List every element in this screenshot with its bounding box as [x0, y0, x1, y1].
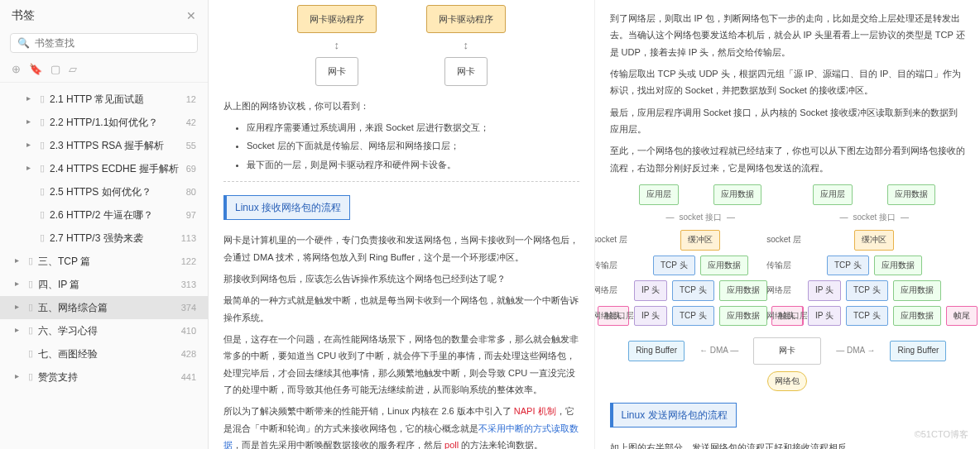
close-icon[interactable]: ✕	[186, 9, 196, 22]
bookmark-icon: ▯	[40, 92, 45, 106]
diagram-driver-box: 网卡驱动程序	[426, 5, 506, 33]
chevron-icon: ▸	[15, 277, 23, 289]
paragraph: 最简单的一种方式就是触发中断，也就是每当网卡收到一个网络包，就触发一个中断告诉操…	[223, 292, 579, 326]
add-bookmark-icon[interactable]: ⊕	[12, 63, 21, 75]
toc-item[interactable]: ▸▯赞赏支持441	[0, 365, 208, 389]
chevron-icon: ▸	[15, 254, 23, 266]
toc-item[interactable]: ▸▯六、学习心得410	[0, 319, 208, 342]
toc-label: 2.7 HTTP/3 强势来袭	[50, 231, 143, 246]
paragraph: 最后，应用层程序调用 Socket 接口，从内核的 Socket 接收缓冲区读取…	[610, 104, 966, 138]
search-input[interactable]	[35, 37, 190, 49]
sidebar-title: 书签	[12, 8, 35, 23]
toc-page: 428	[181, 347, 196, 361]
toc-item[interactable]: ▸▯三、TCP 篇122	[0, 250, 208, 273]
toc-page: 441	[181, 370, 196, 385]
chevron-icon: ▸	[26, 92, 35, 104]
toc-label: 2.1 HTTP 常见面试题	[50, 92, 144, 107]
chevron-icon: ▸	[26, 138, 35, 150]
chevron-icon: ▸	[26, 161, 35, 174]
page-left: 网卡驱动程序 ↕ 网卡 网卡驱动程序 ↕ 网卡 从上图的网络协议栈，你可以看到：…	[209, 0, 594, 449]
toc-item[interactable]: ▸▯五、网络综合篇374	[0, 296, 208, 319]
toc-label: 六、学习心得	[38, 323, 98, 338]
toc-page: 122	[181, 255, 196, 269]
paragraph: 到了网络层，则取出 IP 包，判断网络包下一步的走向，比如是交给上层处理还是转发…	[610, 10, 966, 60]
divider	[223, 181, 579, 182]
bookmark-icon: ▯	[28, 254, 33, 268]
chevron-icon: ▸	[15, 370, 23, 382]
toc-item[interactable]: ▸▯2.3 HTTPS RSA 握手解析55	[0, 134, 208, 157]
paragraph: 但是，这存在一个问题，在高性能网络场景下，网络包的数量会非常多，那么就会触发非常…	[223, 331, 579, 398]
toc-label: 赞赏支持	[38, 370, 78, 385]
arrow-icon: ↕	[334, 40, 340, 50]
paragraph: 网卡是计算机里的一个硬件，专门负责接收和发送网络包，当网卡接收到一个网络包后，会…	[223, 232, 579, 265]
toc-page: 113	[181, 232, 196, 246]
search-box[interactable]: 🔍	[10, 33, 198, 53]
toc-item[interactable]: ▯2.6 HTTP/2 牛逼在哪？97	[0, 203, 208, 227]
expand-icon[interactable]: ▢	[50, 63, 60, 75]
toc-item[interactable]: ▯2.5 HTTPS 如何优化？80	[0, 180, 208, 203]
toc-item[interactable]: ▸▯2.4 HTTPS ECDHE 握手解析69	[0, 157, 208, 180]
toc-page: 313	[181, 278, 196, 292]
toc-label: 2.4 HTTPS ECDHE 握手解析	[50, 161, 179, 176]
nic-diagram: 网卡驱动程序 ↕ 网卡 网卡驱动程序 ↕ 网卡	[223, 5, 579, 86]
sidebar-toolbar: ⊕ 🔖 ▢ ▱	[0, 60, 208, 83]
bookmark-icon: ▯	[28, 323, 33, 337]
toc-item[interactable]: ▸▯2.2 HTTP/1.1如何优化？42	[0, 111, 208, 134]
bookmark-icon: ▯	[28, 370, 33, 384]
paragraph: 那接收到网络包后，应该怎么告诉操作系统这个网络包已经到达了呢？	[223, 270, 579, 287]
bookmark-icon: ▯	[40, 161, 45, 175]
paragraph: 如上图的右半部分，发送网络包的流程正好和接收流程相反。	[610, 439, 966, 449]
toc-label: 2.6 HTTP/2 牛逼在哪？	[50, 208, 153, 222]
paragraph: 至此，一个网络包的接收过程就已经结束了，你也可以从下图左边部分看到网络包接收的流…	[610, 142, 966, 176]
paragraph: 所以为了解决频繁中断带来的性能开销，Linux 内核在 2.6 版本中引入了 N…	[223, 403, 579, 449]
bookmark-icon[interactable]: 🔖	[29, 63, 42, 75]
section-heading-recv: Linux 接收网络包的流程	[223, 195, 350, 220]
paragraph: 传输层取出 TCP 头或 UDP 头，根据四元组「源 IP、源端口、目的 IP、…	[610, 65, 966, 99]
chevron-icon: ▸	[26, 115, 35, 127]
toc-item[interactable]: ▯2.7 HTTP/3 强势来袭113	[0, 227, 208, 250]
bookmarks-sidebar: 书签 ✕ 🔍 ⊕ 🔖 ▢ ▱ ▸▯2.1 HTTP 常见面试题12▸▯2.2 H…	[0, 0, 209, 449]
diagram-nic-box: 网卡	[444, 57, 488, 85]
section-heading-send: Linux 发送网络包的流程	[610, 403, 737, 428]
arrow-icon: ↕	[464, 40, 469, 50]
bookmark-icon: ▯	[40, 231, 45, 245]
toc-label: 三、TCP 篇	[38, 254, 90, 269]
toc-item[interactable]: ▯七、画图经验428	[0, 342, 208, 365]
intro-text: 从上图的网络协议栈，你可以看到：	[223, 98, 579, 114]
bookmark-icon: ▯	[40, 184, 45, 198]
toc-item[interactable]: ▸▯2.1 HTTP 常见面试题12	[0, 88, 208, 111]
toc-label: 五、网络综合篇	[38, 300, 108, 315]
list-item: Socket 层的下面就是传输层、网络层和网络接口层；	[247, 137, 579, 154]
toc-label: 2.3 HTTPS RSA 握手解析	[50, 138, 164, 153]
toc-page: 374	[181, 301, 196, 315]
list-item: 应用程序需要通过系统调用，来跟 Socket 层进行数据交互；	[247, 119, 579, 136]
watermark: ©51CTO博客	[915, 426, 968, 442]
bookmark-icon: ▯	[40, 115, 45, 129]
toc-page: 69	[186, 162, 196, 176]
toc-label: 四、IP 篇	[38, 277, 79, 292]
bookmark-icon: ▯	[28, 300, 33, 314]
list-item: 最下面的一层，则是网卡驱动程序和硬件网卡设备。	[247, 156, 579, 173]
bookmark-icon: ▯	[40, 208, 45, 222]
toc-page: 12	[186, 93, 196, 107]
toc-page: 80	[186, 185, 196, 199]
search-icon: 🔍	[17, 37, 30, 49]
toc-page: 97	[186, 208, 196, 222]
diagram-driver-box: 网卡驱动程序	[297, 5, 377, 33]
toc-page: 42	[186, 116, 196, 130]
page-right: 到了网络层，则取出 IP 包，判断网络包下一步的走向，比如是交给上层处理还是转发…	[594, 0, 981, 449]
toc-page: 410	[181, 324, 196, 338]
bookmark-icon: ▯	[40, 138, 45, 152]
bookmark-icon: ▯	[28, 346, 33, 361]
bookmarks-list: ▸▯2.1 HTTP 常见面试题12▸▯2.2 HTTP/1.1如何优化？42▸…	[0, 83, 208, 449]
collapse-icon[interactable]: ▱	[69, 63, 77, 75]
bookmark-icon: ▯	[28, 277, 33, 291]
toc-label: 七、画图经验	[38, 346, 98, 361]
toc-label: 2.2 HTTP/1.1如何优化？	[50, 115, 158, 130]
bullet-list: 应用程序需要通过系统调用，来跟 Socket 层进行数据交互； Socket 层…	[247, 119, 579, 173]
chevron-icon: ▸	[15, 300, 23, 313]
packet-icon: 网络包	[767, 371, 807, 392]
document-content: 网卡驱动程序 ↕ 网卡 网卡驱动程序 ↕ 网卡 从上图的网络协议栈，你可以看到：…	[209, 0, 980, 449]
flow-diagram: 应用层应用数据 — socket 接口 — socket 层缓冲区 传输层TCP…	[610, 184, 966, 326]
toc-item[interactable]: ▸▯四、IP 篇313	[0, 273, 208, 296]
